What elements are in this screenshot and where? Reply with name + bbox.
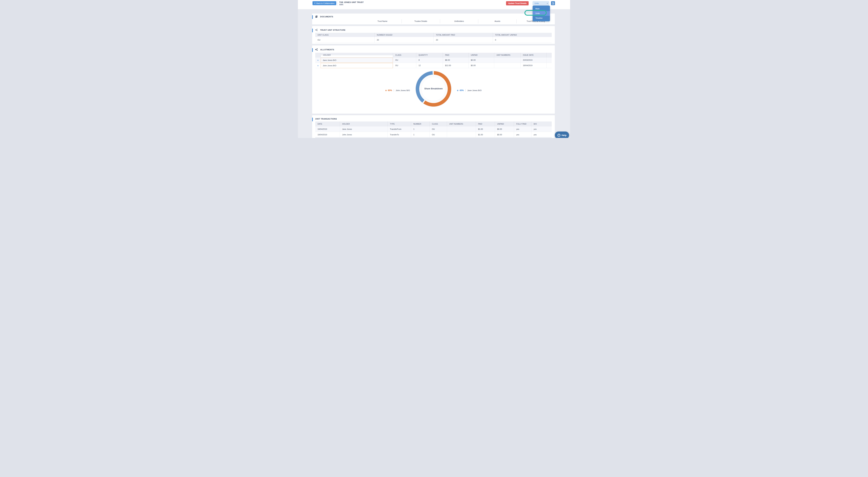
back-to-collaboration-button[interactable]: ❮ Back to Collaboration xyxy=(312,1,336,5)
col-paid: PAID xyxy=(443,53,468,57)
main-content: DOCUMENTS Trust Name Trustee Details Uni… xyxy=(312,13,555,138)
expand-row-button[interactable]: + xyxy=(315,63,321,68)
structure-table-header: UNIT CLASS NUMBER ISSUED TOTAL AMOUNT PA… xyxy=(315,33,552,37)
legend-divider xyxy=(465,89,466,92)
trust-title-block: THE JONES UNIT TRUST ABN: xyxy=(339,1,364,5)
donut-chart: Share Breakdown xyxy=(415,71,452,107)
tab-assets[interactable]: Assets xyxy=(478,19,517,24)
cell-date: 18/04/2019 xyxy=(315,126,340,132)
cell-fully-paid: yes xyxy=(514,132,531,137)
cell-unpaid: $0.00 xyxy=(495,126,514,132)
col-number-issued: NUMBER ISSUED xyxy=(374,33,434,37)
cell-actions xyxy=(546,57,552,63)
cell-type: TransferTo xyxy=(388,132,411,137)
col-unit-numbers: UNIT NUMBERS xyxy=(494,53,521,57)
transaction-row: 18/04/2019 John Jones TransferTo 1 OU $1… xyxy=(315,132,552,137)
cell-number-issued: 20 xyxy=(374,37,434,43)
cell-date: 18/04/2019 xyxy=(315,132,340,137)
documents-header: DOCUMENTS xyxy=(312,13,555,18)
trust-unit-structure-card: TRUST UNIT STRUCTURE UNIT CLASS NUMBER I… xyxy=(312,26,555,44)
documents-tabs: Trust Name Trustee Details Unitholders A… xyxy=(363,19,555,24)
help-label: Help xyxy=(562,134,566,136)
page-title: THE JONES UNIT TRUST xyxy=(339,1,364,3)
section-accent-bar xyxy=(312,29,313,32)
cell-paid: $8.00 xyxy=(443,57,468,63)
unit-transactions-card: UNIT TRANSACTIONS DATE HOLDER TYPE NUMBE… xyxy=(312,115,555,138)
question-mark-icon: ? xyxy=(557,134,560,137)
transactions-table: DATE HOLDER TYPE NUMBER CLASS UNIT NUMBE… xyxy=(315,122,552,138)
holder-field[interactable]: John Jones B/O xyxy=(321,63,393,68)
export-document-icon xyxy=(552,2,554,4)
cell-paid: $1.00 xyxy=(476,132,495,137)
holder-field[interactable]: Jane Jones B/O xyxy=(321,58,393,63)
col-class: CLASS xyxy=(393,53,416,57)
cell-class: OU xyxy=(430,126,447,132)
cell-unpaid: $0.00 xyxy=(468,63,494,68)
view-select[interactable]: Units ▾ xyxy=(533,1,549,5)
documents-icon xyxy=(315,15,317,18)
col-holder: HOLDER xyxy=(321,53,393,57)
cell-unit-class: OU xyxy=(315,37,374,43)
transactions-header: UNIT TRANSACTIONS xyxy=(312,115,555,120)
top-bar: ❮ Back to Collaboration THE JONES UNIT T… xyxy=(298,0,570,9)
col-issue-date: ISSUE DATE xyxy=(521,53,546,57)
cell-class: OU xyxy=(393,63,416,68)
update-trust-details-button[interactable]: Update Trust Details xyxy=(506,1,529,5)
col-class: CLASS xyxy=(430,122,447,126)
allotments-table: HOLDER CLASS QUANTITY PAID UNPAID UNIT N… xyxy=(315,53,552,68)
menu-item-timeline[interactable]: Timeline xyxy=(533,16,550,21)
chevron-down-icon: ▾ xyxy=(547,2,548,4)
col-quantity: QUANTITY xyxy=(416,53,443,57)
cell-paid: $12.00 xyxy=(443,63,468,68)
cell-paid: $1.00 xyxy=(476,126,495,132)
col-unit-class: UNIT CLASS xyxy=(315,33,374,37)
menu-item-main[interactable]: Main xyxy=(533,6,550,11)
back-button-label: Back to Collaboration xyxy=(316,2,335,4)
cell-total-paid: 20 xyxy=(433,37,493,43)
cell-actions xyxy=(546,63,552,68)
legend-percent: 40% xyxy=(460,89,464,92)
abn-label: ABN: xyxy=(339,4,364,5)
structure-header: TRUST UNIT STRUCTURE xyxy=(312,26,555,31)
share-breakdown-chart: 60% John Jones B/O Share Breakdown xyxy=(312,70,555,112)
chart-center-label: Share Breakdown xyxy=(415,88,452,90)
allotments-title: ALLOTMENTS xyxy=(320,49,334,51)
allotment-row: + John Jones B/O OU 12 $12.00 $0.00 18/0… xyxy=(315,63,552,68)
view-dropdown-menu: Main Units Timeline xyxy=(533,5,550,21)
cell-class: OU xyxy=(393,57,416,63)
col-fully-paid: FULLY PAID xyxy=(514,122,531,126)
cell-class: OU xyxy=(430,132,447,137)
tab-trustee-details[interactable]: Trustee Details xyxy=(402,19,440,24)
structure-title: TRUST UNIT STRUCTURE xyxy=(320,29,345,31)
allotments-table-header: HOLDER CLASS QUANTITY PAID UNPAID UNIT N… xyxy=(315,53,552,57)
cell-fully-paid: yes xyxy=(514,126,531,132)
col-type: TYPE xyxy=(388,122,411,126)
cell-issue-date: 18/04/2019 xyxy=(521,63,546,68)
share-icon xyxy=(315,29,317,31)
cell-total-unpaid: 0 xyxy=(493,37,552,43)
cell-holder: John Jones xyxy=(340,132,388,137)
transaction-row: 18/04/2019 Jane Jones TransferFrom 1 OU … xyxy=(315,126,552,132)
cell-number: 1 xyxy=(411,126,430,132)
cell-issue-date: 20/03/2019 xyxy=(521,57,546,63)
section-accent-bar xyxy=(312,15,313,19)
documents-card: DOCUMENTS Trust Name Trustee Details Uni… xyxy=(312,13,555,25)
legend-marker-icon xyxy=(385,90,386,91)
documents-title: DOCUMENTS xyxy=(320,15,333,18)
expand-row-button[interactable]: + xyxy=(315,57,321,63)
help-button[interactable]: ? Help xyxy=(555,131,569,138)
col-actions xyxy=(546,53,552,57)
legend-label: Jane Jones B/O xyxy=(467,89,482,91)
tab-unitholders[interactable]: Unitholders xyxy=(440,19,478,24)
export-document-button[interactable] xyxy=(551,1,555,5)
cell-unpaid: $0.00 xyxy=(468,57,494,63)
menu-item-units[interactable]: Units xyxy=(533,11,550,16)
view-select-value: Units xyxy=(534,2,539,4)
allotments-card: ALLOTMENTS HOLDER CLASS QUANTITY PAID UN… xyxy=(312,45,555,114)
cell-unit-numbers xyxy=(494,57,521,63)
tab-trust-name[interactable]: Trust Name xyxy=(363,19,402,24)
chevron-left-icon: ❮ xyxy=(314,2,316,4)
col-total-unpaid: TOTAL AMOUNT UNPAID xyxy=(493,33,552,37)
col-number: NUMBER xyxy=(411,122,430,126)
cell-number: 1 xyxy=(411,132,430,137)
